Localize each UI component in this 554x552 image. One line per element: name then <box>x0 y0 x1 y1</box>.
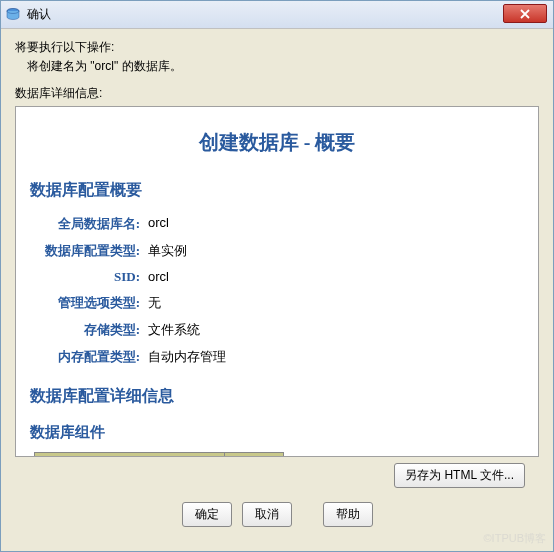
table-header-row: 组件 已选 <box>35 453 284 458</box>
config-label: 数据库配置类型: <box>40 242 140 260</box>
detail-header: 数据库配置详细信息 <box>30 386 524 407</box>
config-value: 文件系统 <box>148 321 200 339</box>
dialog-content: 将要执行以下操作: 将创建名为 "orcl" 的数据库。 数据库详细信息: 创建… <box>1 29 553 551</box>
col-selected: 已选 <box>225 453 284 458</box>
ok-button[interactable]: 确定 <box>182 502 232 527</box>
config-value: 无 <box>148 294 161 312</box>
intro-line-1: 将要执行以下操作: <box>15 39 539 56</box>
components-table: 组件 已选 Oracle JVM true <box>34 452 284 457</box>
config-label: SID: <box>40 269 140 285</box>
save-row: 另存为 HTML 文件... <box>15 457 539 494</box>
config-header: 数据库配置概要 <box>30 180 524 201</box>
config-value: orcl <box>148 269 169 285</box>
col-component: 组件 <box>35 453 225 458</box>
config-label: 全局数据库名: <box>40 215 140 233</box>
titlebar: 确认 <box>1 1 553 29</box>
config-table: 全局数据库名: orcl 数据库配置类型: 单实例 SID: orcl 管理选项… <box>40 215 524 366</box>
save-html-button[interactable]: 另存为 HTML 文件... <box>394 463 525 488</box>
config-label: 管理选项类型: <box>40 294 140 312</box>
dialog-buttons: 确定 取消 帮助 <box>15 494 539 541</box>
intro-line-2: 将创建名为 "orcl" 的数据库。 <box>27 58 539 75</box>
cancel-button[interactable]: 取消 <box>242 502 292 527</box>
help-button[interactable]: 帮助 <box>323 502 373 527</box>
config-row-global-db-name: 全局数据库名: orcl <box>40 215 524 233</box>
components-header: 数据库组件 <box>30 423 524 442</box>
config-row-config-type: 数据库配置类型: 单实例 <box>40 242 524 260</box>
config-row-memory-type: 内存配置类型: 自动内存管理 <box>40 348 524 366</box>
config-value: orcl <box>148 215 169 233</box>
config-label: 存储类型: <box>40 321 140 339</box>
config-value: 自动内存管理 <box>148 348 226 366</box>
config-row-sid: SID: orcl <box>40 269 524 285</box>
close-button[interactable] <box>503 4 547 23</box>
window-title: 确认 <box>27 6 51 23</box>
summary-title: 创建数据库 - 概要 <box>30 129 524 156</box>
dialog-window: 确认 将要执行以下操作: 将创建名为 "orcl" 的数据库。 数据库详细信息:… <box>0 0 554 552</box>
config-label: 内存配置类型: <box>40 348 140 366</box>
config-row-storage-type: 存储类型: 文件系统 <box>40 321 524 339</box>
details-label: 数据库详细信息: <box>15 85 539 102</box>
config-value: 单实例 <box>148 242 187 260</box>
app-icon <box>5 7 21 23</box>
details-pane[interactable]: 创建数据库 - 概要 数据库配置概要 全局数据库名: orcl 数据库配置类型:… <box>15 106 539 457</box>
config-row-mgmt-option: 管理选项类型: 无 <box>40 294 524 312</box>
